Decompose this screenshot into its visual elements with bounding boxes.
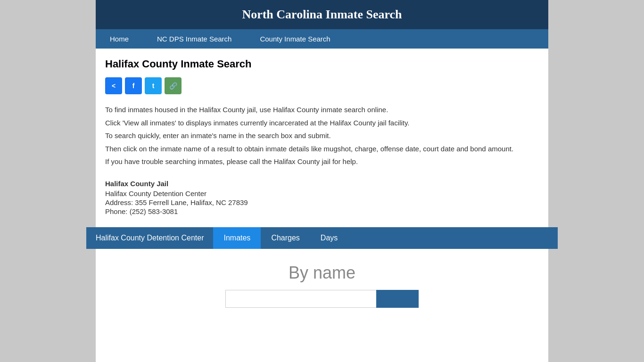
page-heading: Halifax County Inmate Search xyxy=(105,58,539,70)
description-line3: To search quickly, enter an inmate's nam… xyxy=(105,130,539,142)
tabs-section: Halifax County Detention Center Inmates … xyxy=(86,227,558,249)
by-name-heading: By name xyxy=(105,263,539,283)
description-line2: Click 'View all inmates' to displays inm… xyxy=(105,117,539,129)
nav-home[interactable]: Home xyxy=(96,29,143,49)
jail-info-block: Halifax County Jail Halifax County Deten… xyxy=(105,180,539,215)
site-title: North Carolina Inmate Search xyxy=(105,8,539,22)
jail-phone: Phone: (252) 583-3081 xyxy=(105,207,539,215)
description-line5: If you have trouble searching inmates, p… xyxy=(105,156,539,168)
detention-center-name: Halifax County Detention Center xyxy=(105,189,539,197)
facebook-icon: f xyxy=(132,82,135,90)
share-generic-icon: < xyxy=(112,82,116,90)
nav-county[interactable]: County Inmate Search xyxy=(246,29,344,49)
description-block: To find inmates housed in the Halifax Co… xyxy=(105,104,539,168)
tab-facility[interactable]: Halifax County Detention Center xyxy=(86,227,213,249)
copy-link-button[interactable]: 🔗 xyxy=(165,77,182,94)
twitter-share-button[interactable]: t xyxy=(145,77,162,94)
social-share-bar: < f t 🔗 xyxy=(105,77,539,94)
main-nav: Home NC DPS Inmate Search County Inmate … xyxy=(96,29,548,49)
nav-nc-dps[interactable]: NC DPS Inmate Search xyxy=(143,29,246,49)
below-tabs-content: By name xyxy=(96,249,548,343)
description-line4: Then click on the inmate name of a resul… xyxy=(105,143,539,155)
twitter-icon: t xyxy=(152,82,155,90)
link-icon: 🔗 xyxy=(169,82,177,90)
search-button[interactable] xyxy=(376,290,419,308)
tab-inmates[interactable]: Inmates xyxy=(213,227,261,249)
site-header: North Carolina Inmate Search xyxy=(96,0,548,29)
description-line1: To find inmates housed in the Halifax Co… xyxy=(105,104,539,116)
search-input[interactable] xyxy=(225,290,376,308)
facebook-share-button[interactable]: f xyxy=(125,77,142,94)
jail-address: Address: 355 Ferrell Lane, Halifax, NC 2… xyxy=(105,198,539,206)
jail-name: Halifax County Jail xyxy=(105,180,539,188)
tab-charges[interactable]: Charges xyxy=(261,227,310,249)
content-area: Halifax County Inmate Search < f t 🔗 To … xyxy=(96,49,548,215)
search-bar xyxy=(105,290,539,308)
tab-days[interactable]: Days xyxy=(310,227,348,249)
share-generic-button[interactable]: < xyxy=(105,77,122,94)
